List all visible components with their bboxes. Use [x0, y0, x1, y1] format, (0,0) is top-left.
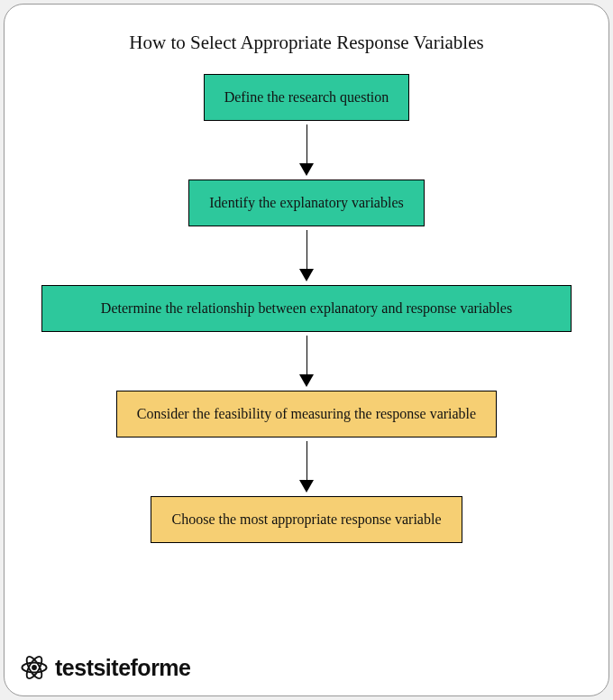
step-5: Choose the most appropriate response var…	[151, 496, 462, 543]
diagram-card: How to Select Appropriate Response Varia…	[4, 4, 609, 696]
arrow-3	[299, 336, 314, 387]
step-2-label: Identify the explanatory variables	[209, 195, 403, 210]
step-2: Identify the explanatory variables	[188, 180, 424, 226]
site-logo: testsiteforme	[19, 652, 191, 683]
arrow-down-icon	[299, 374, 314, 387]
step-4: Consider the feasibility of measuring th…	[116, 391, 497, 438]
diagram-title: How to Select Appropriate Response Varia…	[129, 32, 483, 54]
arrow-line	[306, 124, 307, 164]
arrow-4	[299, 441, 314, 493]
arrow-down-icon	[299, 269, 314, 281]
arrow-down-icon	[299, 480, 314, 493]
arrow-line	[306, 230, 307, 270]
step-1: Define the research question	[204, 74, 410, 121]
flowchart: Define the research question Identify th…	[23, 74, 590, 543]
step-3: Determine the relationship between expla…	[41, 285, 572, 332]
step-1-label: Define the research question	[224, 89, 389, 105]
arrow-line	[306, 336, 307, 375]
step-3-label: Determine the relationship between expla…	[101, 300, 512, 316]
arrow-2	[299, 230, 314, 281]
arrow-down-icon	[299, 163, 314, 176]
arrow-line	[306, 441, 307, 481]
atom-icon	[19, 652, 50, 683]
step-5-label: Choose the most appropriate response var…	[171, 511, 441, 527]
step-4-label: Consider the feasibility of measuring th…	[137, 406, 476, 421]
logo-text: testsiteforme	[55, 655, 191, 681]
svg-point-3	[32, 665, 37, 670]
arrow-1	[299, 124, 314, 176]
